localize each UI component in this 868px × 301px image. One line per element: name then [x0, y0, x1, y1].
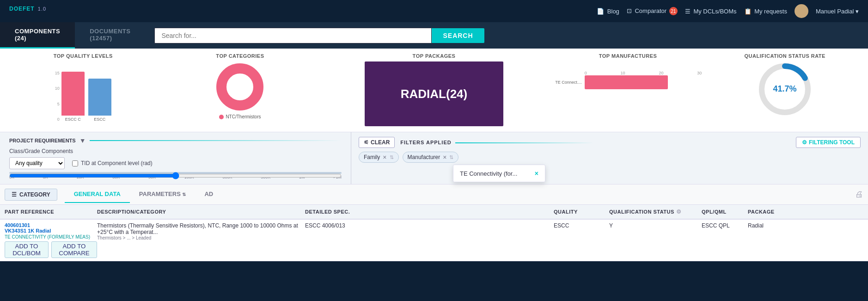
- filter-tool-icon: ⚙: [802, 139, 807, 146]
- mfr-bar-fill: [585, 75, 668, 89]
- tab-documents[interactable]: DOCUMENTS (12457): [75, 22, 145, 49]
- logo: DOEFET 1.0: [9, 5, 46, 17]
- breadcrumb: Thermistors > ... > Leaded: [97, 235, 305, 240]
- quality-select[interactable]: Any quality: [9, 157, 65, 169]
- search-bar: SEARCH: [145, 28, 868, 43]
- add-dcl-button[interactable]: ADD TO DCL/BOM: [5, 241, 49, 258]
- qual-filter-icon[interactable]: ⚙: [676, 209, 682, 215]
- donut-legend: NTC/Thermistors: [219, 114, 261, 119]
- add-compare-button[interactable]: ADD TO COMPARE: [51, 241, 97, 258]
- categories-chart-title: TOP CATEGORIES: [216, 53, 264, 59]
- mfr-chart-inner: TE Connect.... 0102030: [554, 61, 702, 122]
- search-button[interactable]: SEARCH: [432, 28, 484, 43]
- quality-bar-escc: ESCC: [88, 79, 111, 122]
- chevron-down-icon: ▾: [856, 8, 859, 15]
- search-input[interactable]: [154, 28, 432, 43]
- filter-tag-manufacturer-sort[interactable]: ⇅: [449, 154, 453, 160]
- avatar: [795, 4, 808, 18]
- user-menu[interactable]: Manuel Padial ▾: [816, 8, 859, 15]
- qualification-chart: QUALIFICATION STATUS RATE 41.7%: [711, 53, 859, 127]
- th-package: PACKAGE: [748, 209, 817, 215]
- tab-components[interactable]: COMPONENTS (24): [0, 22, 75, 49]
- th-qualification-status: QUALIFICATION STATUS ⚙: [609, 209, 702, 215]
- tab-additional[interactable]: AD: [195, 186, 222, 203]
- tid-checkbox[interactable]: [72, 160, 78, 166]
- quality-bars: ESCC C ESCC: [61, 71, 111, 122]
- clear-button[interactable]: ⚟ CLEAR: [359, 137, 395, 148]
- blog-link[interactable]: 📄 Blog: [597, 8, 619, 15]
- cell-qpl: ESCC QPL: [702, 222, 748, 258]
- project-req-collapse[interactable]: ▼: [79, 137, 86, 144]
- tabs-bar: COMPONENTS (24) DOCUMENTS (12457): [0, 22, 145, 49]
- packages-chart-title: TOP PACKAGES: [413, 53, 456, 59]
- dcl-icon: ☰: [685, 8, 691, 15]
- dropdown-popup-text: TE Connectivity (for...: [460, 170, 531, 177]
- dropdown-popup-close[interactable]: ×: [535, 170, 538, 177]
- filter-tag-manufacturer[interactable]: Manufacturer × ⇅: [403, 152, 459, 163]
- slider-track: [9, 172, 342, 174]
- te-connectivity-dropdown: TE Connectivity (for... ×: [453, 165, 545, 182]
- slider-input[interactable]: [9, 172, 342, 179]
- comparator-icon: ⊡: [627, 7, 632, 14]
- filter-tag-family[interactable]: Family × ⇅: [359, 152, 399, 163]
- print-icon[interactable]: 🖨: [855, 190, 863, 199]
- filters-section: PROJECT REQUIREMENTS ▼ Class/Grade Compo…: [0, 132, 868, 184]
- svg-point-1: [230, 77, 250, 97]
- class-grade-label: Class/Grade Components: [9, 148, 73, 154]
- req-row-1: Class/Grade Components: [9, 148, 342, 154]
- bar-label-escc-c: ESCC C: [65, 117, 81, 122]
- cell-quality: ESCC: [554, 222, 609, 258]
- quality-y-axis: 151050: [55, 71, 60, 122]
- category-button[interactable]: ☰ CATEGORY: [5, 189, 57, 201]
- project-requirements: PROJECT REQUIREMENTS ▼ Class/Grade Compo…: [0, 132, 351, 184]
- header-right: 📄 Blog ⊡ Comparator 21 ☰ My DCLs/BOMs 📋 …: [597, 4, 859, 18]
- cell-spec: ESCC 4006/013: [305, 222, 554, 258]
- qualification-chart-title: QUALIFICATION STATUS RATE: [744, 53, 825, 59]
- cell-qual-status: Y: [609, 222, 702, 258]
- filters-applied: ⚟ CLEAR FILTERS APPLIED ⚙ FILTERING TOOL…: [351, 132, 868, 184]
- th-detailed-spec: DETAILED SPEC.: [305, 209, 554, 215]
- filter-tag-family-remove[interactable]: ×: [383, 154, 386, 161]
- requests-link[interactable]: 📋 My requests: [744, 8, 787, 15]
- tid-checkbox-label: TID at Component level (rad): [72, 160, 153, 166]
- filtering-tool-button[interactable]: ⚙ FILTERING TOOL: [796, 137, 861, 148]
- th-part-reference: PART REFERENCE: [5, 209, 97, 215]
- logo-text: DOEFET: [9, 6, 35, 12]
- filters-header: ⚟ CLEAR FILTERS APPLIED ⚙ FILTERING TOOL: [359, 137, 861, 148]
- quality-chart-title: TOP QUALITY LEVELS: [54, 53, 113, 59]
- mfr-x-axis: 0102030: [554, 71, 702, 75]
- cell-package: Radial: [748, 222, 817, 258]
- gauge-chart: 41.7%: [757, 61, 813, 117]
- req-row-2: Any quality TID at Component level (rad): [9, 157, 342, 169]
- part-mfr-label: TE CONNECTIVITY (FORMERLY MEAS): [5, 234, 97, 240]
- book-icon: 📄: [597, 8, 604, 15]
- cell-description: Thermistors (Thermally Sensitive Resisto…: [97, 222, 305, 258]
- quality-bar-escc-c: ESCC C: [61, 72, 85, 122]
- filter-tag-family-sort[interactable]: ⇅: [390, 154, 394, 160]
- description-text: Thermistors (Thermally Sensitive Resisto…: [97, 222, 305, 235]
- slider-section: 0K3K10K30K50K 100K300K500K1M>1M: [9, 172, 342, 179]
- svg-text:41.7%: 41.7%: [773, 84, 797, 93]
- tab-general-data[interactable]: GENERAL DATA: [65, 186, 130, 203]
- manufactures-chart: TOP MANUFACTURES TE Connect.... 0102030: [554, 53, 702, 127]
- categories-chart: TOP CATEGORIES NTC/Thermistors: [166, 53, 314, 127]
- tab-parameters[interactable]: PARAMETERS ⇅: [130, 186, 196, 203]
- filter-tag-manufacturer-remove[interactable]: ×: [443, 154, 446, 161]
- logo-version: 1.0: [38, 6, 46, 12]
- table-header: PART REFERENCE DESCRIPTION/CATEGORY DETA…: [0, 205, 868, 220]
- project-req-title: PROJECT REQUIREMENTS ▼: [9, 137, 342, 144]
- part-ref-number[interactable]: 400601301: [5, 222, 97, 228]
- packages-chart: TOP PACKAGES RADIAL(24): [323, 53, 544, 127]
- bar-label-escc: ESCC: [94, 117, 105, 122]
- mfr-bar-label: TE Connect....: [554, 80, 582, 85]
- package-display: RADIAL(24): [365, 61, 503, 126]
- donut-svg: [214, 61, 265, 112]
- header: DOEFET 1.0 📄 Blog ⊡ Comparator 21 ☰ My D…: [0, 0, 868, 22]
- parameters-sort-icon[interactable]: ⇅: [182, 192, 186, 197]
- gauge-svg: 41.7%: [757, 61, 813, 117]
- requests-icon: 📋: [744, 8, 752, 15]
- comparator-link[interactable]: ⊡ Comparator 21: [627, 7, 678, 15]
- quality-chart: TOP QUALITY LEVELS 151050 ESCC C ESCC: [9, 53, 157, 127]
- dcl-link[interactable]: ☰ My DCLs/BOMs: [685, 8, 737, 15]
- bar-fill-escc: [88, 79, 111, 116]
